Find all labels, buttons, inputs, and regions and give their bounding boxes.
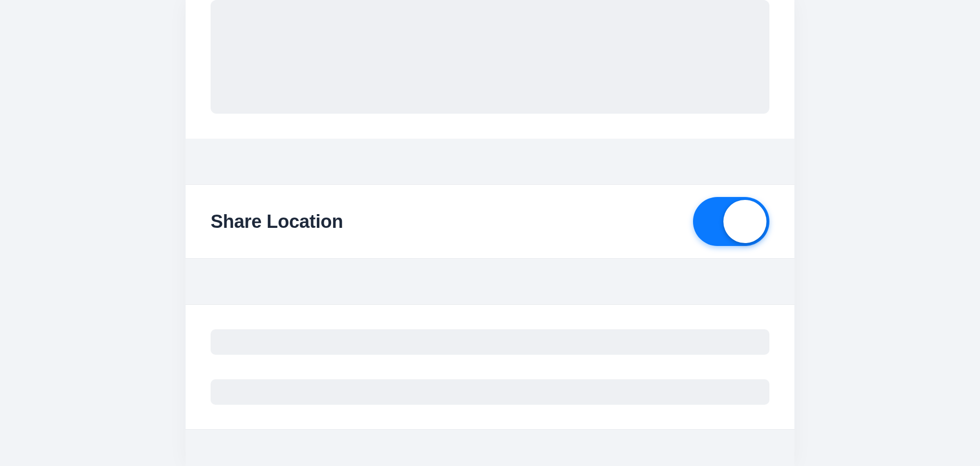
section-gap (186, 259, 794, 304)
placeholder-line (211, 329, 769, 355)
share-location-toggle[interactable] (693, 197, 769, 246)
share-location-row: Share Location (186, 184, 794, 259)
content-card-top (186, 0, 794, 139)
content-card-lines (186, 304, 794, 430)
placeholder-line (211, 379, 769, 405)
toggle-knob (723, 200, 766, 243)
share-location-label: Share Location (211, 211, 343, 232)
placeholder-large (211, 0, 769, 114)
settings-panel: Share Location (186, 0, 794, 466)
section-gap (186, 139, 794, 184)
section-gap (186, 430, 794, 466)
